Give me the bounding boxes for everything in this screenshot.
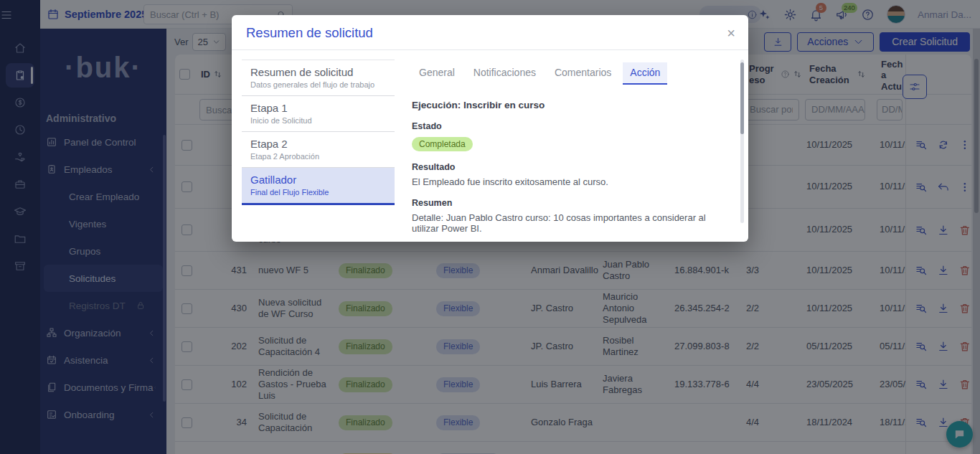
estado-label: Estado	[412, 121, 720, 131]
step-detail-panel: GeneralNotificacionesComentariosAcción E…	[395, 60, 738, 234]
modal-title: Resumen de solicitud	[246, 25, 373, 41]
step-subtitle: Inicio de Solicitud	[250, 116, 386, 125]
tab-notificaciones[interactable]: Notificaciones	[466, 62, 543, 85]
tab-general[interactable]: General	[412, 62, 462, 85]
screen: Septiembre 2025 5 240 Anmari Da...	[0, 0, 980, 454]
step-title: Resumen de solicitud	[250, 66, 386, 78]
step-title: Gatillador	[250, 174, 386, 186]
step-subtitle: Etapa 2 Aprobación	[250, 152, 386, 161]
modal-scrollbar[interactable]	[740, 60, 744, 223]
step-subtitle: Datos generales del flujo de trabajo	[250, 80, 386, 89]
resultado-text: El Empleado fue inscrito exitosamente al…	[412, 176, 720, 187]
workflow-step-etapa-2[interactable]: Etapa 2Etapa 2 Aprobación	[242, 132, 395, 168]
tab-acción[interactable]: Acción	[623, 62, 667, 85]
detail-tabs: GeneralNotificacionesComentariosAcción	[412, 62, 720, 85]
status-badge: Completada	[412, 137, 473, 151]
tab-comentarios[interactable]: Comentarios	[547, 62, 618, 85]
workflow-steps-list: Resumen de solicitudDatos generales del …	[242, 60, 395, 234]
step-title: Etapa 2	[250, 138, 386, 150]
step-subtitle: Final del Flujo Flexible	[250, 188, 386, 197]
execution-heading: Ejecución: Inscribir en curso	[412, 100, 720, 110]
workflow-step-etapa-1[interactable]: Etapa 1Inicio de Solicitud	[242, 96, 395, 132]
workflow-step-resumen-de-solicitud[interactable]: Resumen de solicitudDatos generales del …	[242, 60, 395, 96]
workflow-step-gatillador[interactable]: GatilladorFinal del Flujo Flexible	[242, 168, 395, 205]
resumen-text: Detalle: Juan Pablo Castro curso: 10 cos…	[412, 212, 720, 234]
close-icon[interactable]: ×	[727, 26, 735, 40]
resultado-label: Resultado	[412, 162, 720, 172]
step-title: Etapa 1	[250, 102, 386, 114]
resumen-label: Resumen	[412, 198, 720, 208]
request-summary-modal: Resumen de solicitud × Resumen de solici…	[232, 15, 748, 242]
